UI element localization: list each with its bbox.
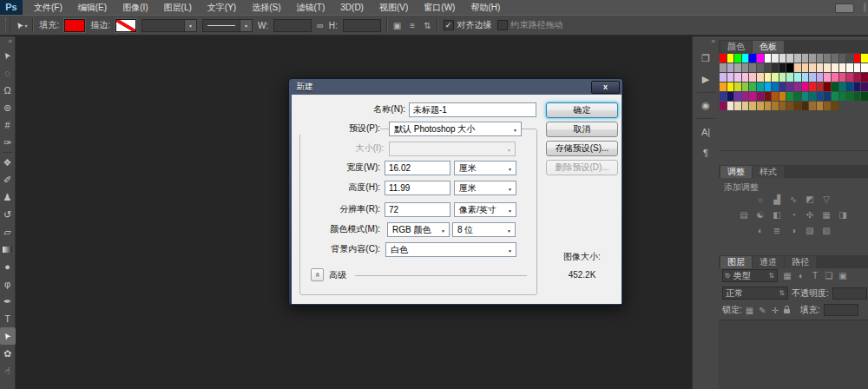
swatch[interactable] — [846, 73, 853, 82]
optionsbar-grip[interactable] — [5, 18, 10, 32]
swatch[interactable] — [809, 63, 816, 72]
opacity-field[interactable] — [832, 287, 867, 300]
tool-pen[interactable]: ✒ — [0, 293, 16, 310]
actions-panel-icon[interactable]: ▶ — [696, 70, 715, 89]
tool-history-brush[interactable]: ↺ — [0, 206, 16, 223]
swatch[interactable] — [779, 63, 786, 72]
swatch[interactable] — [749, 63, 756, 72]
swatch[interactable] — [765, 54, 772, 63]
close-icon[interactable]: x — [591, 81, 620, 94]
fill-opacity-field[interactable] — [824, 304, 858, 316]
ok-button[interactable]: 确定 — [546, 102, 618, 118]
photo-filter-icon[interactable]: ◔ — [788, 210, 799, 220]
path-arrange-icon[interactable]: ⇅ — [424, 21, 431, 30]
swatch[interactable] — [779, 92, 786, 101]
swatch[interactable] — [779, 102, 786, 110]
swatch[interactable] — [824, 82, 831, 91]
menu-item[interactable]: 编辑(E) — [70, 0, 115, 15]
swatch[interactable] — [832, 102, 838, 110]
swatch[interactable] — [824, 92, 831, 101]
swatch[interactable] — [861, 63, 868, 72]
color-mode-dropdown[interactable]: RGB 颜色 ▼ — [387, 222, 450, 237]
swatch[interactable] — [742, 54, 749, 63]
lock-image-pixels-icon[interactable]: ✎ — [759, 306, 766, 315]
swatch[interactable] — [757, 73, 764, 82]
swatch[interactable] — [772, 63, 779, 72]
swatch[interactable] — [817, 63, 824, 72]
stroke-color-swatch[interactable] — [115, 19, 136, 32]
tool-preset-picker[interactable]: ➤ ▾ — [16, 21, 27, 30]
tool-clone-stamp[interactable]: ♟ — [0, 188, 16, 206]
channel-mixer-icon[interactable]: ✣ — [805, 210, 815, 220]
swatch[interactable] — [779, 73, 786, 82]
swatch[interactable] — [854, 63, 861, 72]
menu-item[interactable]: 选择(S) — [244, 0, 288, 15]
tool-type[interactable]: T — [0, 310, 16, 327]
tool-quick-select[interactable]: ⊚ — [0, 99, 16, 116]
align-edges-option[interactable]: ✓ 对齐边缘 — [444, 19, 492, 31]
swatch[interactable] — [861, 54, 868, 63]
swatch[interactable] — [817, 82, 824, 91]
history-panel-icon[interactable]: ❐ — [696, 49, 715, 68]
swatch[interactable] — [786, 73, 793, 82]
swatch[interactable] — [832, 54, 838, 63]
tab-颜色[interactable]: 颜色 — [720, 41, 752, 53]
shape-height-input[interactable] — [343, 19, 381, 32]
swatch[interactable] — [765, 102, 772, 110]
swatch[interactable] — [727, 82, 734, 91]
swatch[interactable] — [727, 73, 734, 82]
layer-filter-dropdown[interactable]: φ 类型 ⇅ — [722, 269, 778, 282]
swatch[interactable] — [720, 102, 727, 110]
clone-source-panel-icon[interactable]: ◉ — [696, 96, 715, 115]
swatch[interactable] — [794, 102, 801, 110]
swatch[interactable] — [734, 92, 741, 101]
link-dimensions-icon[interactable]: ∞ — [317, 21, 324, 30]
layers-list[interactable] — [719, 320, 868, 389]
gradient-map-icon[interactable]: ◑ — [788, 226, 799, 235]
swatch[interactable] — [854, 92, 861, 101]
tool-blur[interactable]: ● — [0, 258, 16, 275]
tab-通道[interactable]: 通道 — [753, 256, 784, 268]
swatch[interactable] — [757, 102, 764, 110]
color-range-icon[interactable]: ▧ — [821, 226, 832, 235]
swatch[interactable] — [854, 73, 861, 82]
menu-item[interactable]: 图层(L) — [156, 0, 200, 15]
swatch[interactable] — [742, 82, 749, 91]
swatch[interactable] — [839, 82, 846, 91]
tool-hand[interactable]: ☝ — [0, 362, 16, 379]
swatch[interactable] — [765, 63, 772, 72]
menu-item[interactable]: 图像(I) — [115, 0, 155, 15]
swatch[interactable] — [772, 102, 779, 110]
tab-图层[interactable]: 图层 — [720, 256, 752, 268]
swatch[interactable] — [861, 92, 868, 101]
menu-item[interactable]: 文件(F) — [26, 0, 70, 15]
vibrance-icon[interactable]: ▽ — [821, 194, 832, 204]
cancel-button[interactable]: 取消 — [546, 122, 618, 137]
swatch[interactable] — [727, 54, 734, 63]
swatch[interactable] — [809, 102, 816, 110]
swatch[interactable] — [742, 73, 749, 82]
paragraph-panel-icon[interactable]: ¶ — [696, 143, 715, 162]
levels-icon[interactable]: ▟ — [772, 194, 782, 204]
collapse-dock-icon[interactable]: « — [693, 36, 719, 47]
tab-路径[interactable]: 路径 — [785, 256, 816, 268]
background-contents-dropdown[interactable]: 白色 ▼ — [385, 242, 516, 257]
swatch[interactable] — [846, 92, 853, 101]
swatch[interactable] — [727, 63, 734, 72]
swatch[interactable] — [824, 63, 831, 72]
swatch[interactable] — [734, 102, 741, 110]
photoshop-logo[interactable]: Ps — [0, 0, 23, 15]
invert-icon[interactable]: ◨ — [838, 210, 848, 220]
constrain-path-option[interactable]: 约束路径拖动 — [497, 19, 563, 31]
name-input[interactable] — [409, 102, 536, 117]
swatch[interactable] — [846, 54, 853, 63]
filter-pixel-layers-icon[interactable]: ▦ — [781, 270, 793, 282]
menu-item[interactable]: 文字(Y) — [200, 0, 244, 15]
swatch[interactable] — [817, 102, 824, 110]
swatch[interactable] — [727, 92, 734, 101]
character-panel-icon[interactable]: A| — [696, 122, 715, 141]
tool-crop[interactable]: # — [0, 116, 16, 134]
swatch[interactable] — [765, 82, 772, 91]
swatch[interactable] — [794, 73, 801, 82]
swatch[interactable] — [734, 82, 741, 91]
